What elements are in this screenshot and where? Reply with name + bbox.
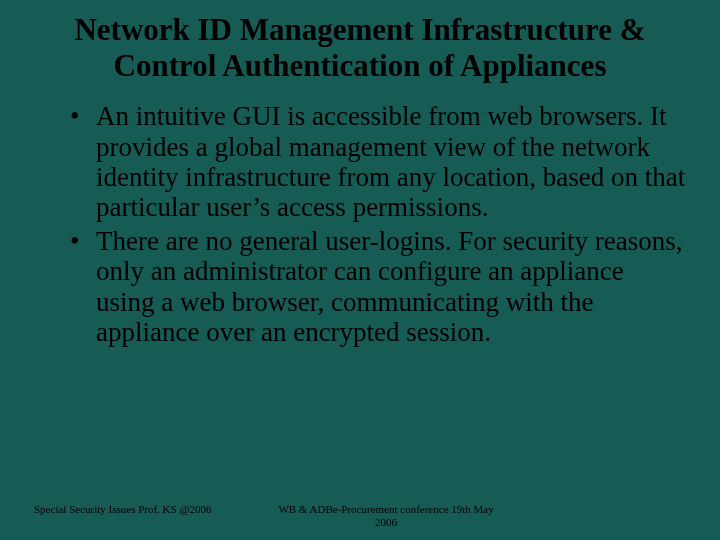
list-item: An intuitive GUI is accessible from web … <box>70 101 686 222</box>
footer-left: Special Security Issues Prof. KS @2006 <box>34 503 275 531</box>
list-item: There are no general user-logins. For se… <box>70 226 686 347</box>
slide: Network ID Management Infrastructure & C… <box>0 0 720 540</box>
bullet-list: An intuitive GUI is accessible from web … <box>34 101 686 347</box>
slide-footer: Special Security Issues Prof. KS @2006 W… <box>0 503 720 531</box>
footer-center: WB & ADBe-Procurement conference 19th Ma… <box>275 503 497 531</box>
slide-title: Network ID Management Infrastructure & C… <box>34 12 686 83</box>
